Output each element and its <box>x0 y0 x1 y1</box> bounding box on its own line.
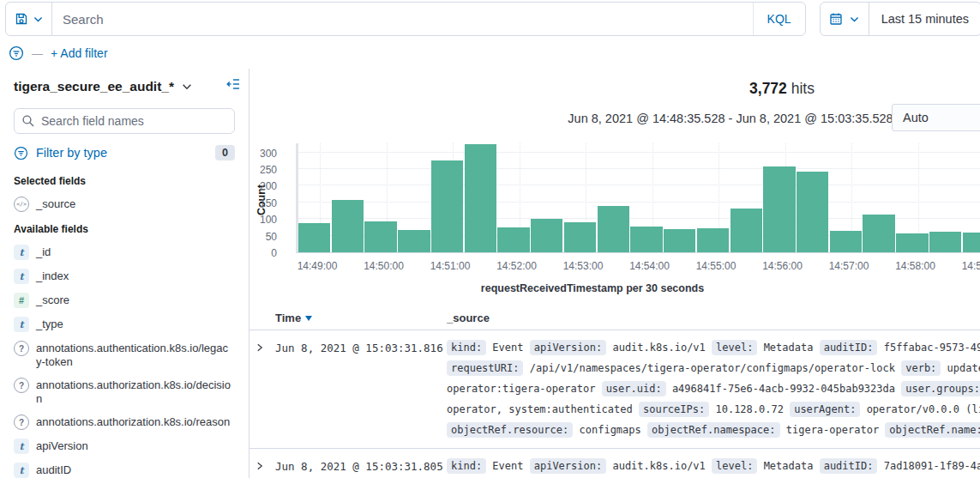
filter-by-type-toggle[interactable]: Filter by type 0 <box>14 145 235 160</box>
field-name: _index <box>36 269 69 283</box>
search-input[interactable] <box>52 3 753 35</box>
field-item[interactable]: #_score <box>14 293 235 308</box>
field-item[interactable]: ?annotations.authorization.k8s.io/reason <box>14 414 235 430</box>
field-name: _source <box>36 197 75 211</box>
y-tick-label: 150 <box>260 197 277 209</box>
time-range-button[interactable]: Last 15 minutes <box>869 12 980 26</box>
field-item[interactable]: ?annotations.authorization.k8s.io/decisi… <box>14 378 235 406</box>
histogram-bar[interactable] <box>664 229 695 252</box>
histogram-bar[interactable] <box>963 233 980 252</box>
histogram-bar[interactable] <box>797 172 828 252</box>
date-picker: Last 15 minutes <box>820 2 980 36</box>
expand-row-icon[interactable] <box>255 457 275 471</box>
field-item[interactable]: tauditID <box>14 463 235 478</box>
source-line: objectRef.resource: configmaps objectRef… <box>447 421 980 442</box>
histogram-bar[interactable] <box>896 233 928 252</box>
field-type-unknown-icon: ? <box>14 414 29 430</box>
field-type-string-icon: t <box>14 245 29 260</box>
field-name: _type <box>36 317 63 331</box>
y-tick-label: 0 <box>271 247 277 259</box>
documents-table: Time _source Jun 8, 2021 @ 15:03:31.816k… <box>250 306 980 478</box>
table-row: Jun 8, 2021 @ 15:03:31.816kind: Event ap… <box>250 330 980 449</box>
y-tick-label: 50 <box>266 231 277 243</box>
field-type-string-icon: t <box>14 439 29 454</box>
histogram-bar[interactable] <box>364 221 396 252</box>
histogram-bar[interactable] <box>465 144 496 252</box>
interval-select[interactable]: Auto <box>892 104 980 131</box>
field-item[interactable]: t_type <box>14 317 235 332</box>
discover-main: 3,772 hits Jun 8, 2021 @ 14:48:35.528 - … <box>250 69 980 478</box>
filter-bar: — + Add filter <box>0 38 980 69</box>
query-top-bar: KQL Last 15 minutes <box>0 0 980 38</box>
x-tick-label: 14:55:00 <box>696 260 737 272</box>
filter-pin-dash: — <box>32 47 43 60</box>
source-line: kind: Event apiVersion: audit.k8s.io/v1 … <box>447 457 980 478</box>
histogram-bar[interactable] <box>531 219 562 252</box>
field-item[interactable]: </>_source <box>14 197 235 212</box>
field-item[interactable]: ?annotations.authentication.k8s.io/legac… <box>14 341 235 369</box>
quick-select-menu-button[interactable] <box>821 3 869 35</box>
field-badge: objectRef.resource: <box>447 422 573 438</box>
available-fields-list: t_idt_index#_scoret_type?annotations.aut… <box>14 245 235 478</box>
index-pattern-switcher[interactable]: tigera_secure_ee_audit_* <box>14 79 235 94</box>
x-tick-label: 14:58:00 <box>895 260 935 272</box>
available-fields-heading: Available fields <box>14 223 235 235</box>
histogram-plot[interactable] <box>296 143 980 253</box>
table-row: Jun 8, 2021 @ 15:03:31.805kind: Event ap… <box>250 449 980 478</box>
histogram-bar[interactable] <box>298 223 330 252</box>
field-type-string-icon: t <box>14 317 29 332</box>
field-badge: objectRef.name: <box>885 422 980 438</box>
row-source: kind: Event apiVersion: audit.k8s.io/v1 … <box>447 339 980 442</box>
histogram-bar[interactable] <box>763 166 795 252</box>
filter-options-icon[interactable] <box>9 45 24 61</box>
time-range-display: Jun 8, 2021 @ 14:48:35.528 - Jun 8, 2021… <box>568 112 893 125</box>
chart-title: requestReceivedTimestamp per 30 seconds <box>250 282 935 294</box>
histogram-bar[interactable] <box>830 231 862 252</box>
filter-icon <box>14 146 28 160</box>
kql-language-button[interactable]: KQL <box>753 3 805 35</box>
field-badge: user.uid: <box>602 381 666 396</box>
field-item[interactable]: tapiVersion <box>14 439 235 454</box>
field-badge: apiVersion: <box>530 340 606 355</box>
x-tick-label: 14:52:00 <box>496 260 537 272</box>
histogram-bar[interactable] <box>398 230 430 252</box>
field-type-unknown-icon: ? <box>14 341 29 356</box>
field-type-string-icon: t <box>14 269 29 284</box>
histogram-bar[interactable] <box>431 160 463 252</box>
saved-query-menu-button[interactable] <box>6 3 52 35</box>
add-filter-button[interactable]: + Add filter <box>51 46 108 60</box>
expand-row-icon[interactable] <box>255 339 275 353</box>
x-tick-label: 14:53:00 <box>563 260 604 272</box>
x-axis-ticks: 14:49:0014:50:0014:51:0014:52:0014:53:00… <box>296 260 980 273</box>
histogram-bar[interactable] <box>564 222 596 252</box>
histogram-bar[interactable] <box>497 227 529 252</box>
field-type-number-icon: # <box>14 293 29 308</box>
time-column-header[interactable]: Time <box>275 312 312 324</box>
histogram-bar[interactable] <box>730 209 762 252</box>
field-name: apiVersion <box>36 439 88 453</box>
selected-fields-list: </>_source <box>14 197 235 212</box>
selected-fields-heading: Selected fields <box>14 175 235 187</box>
x-tick-label: 14:57:00 <box>829 260 869 272</box>
histogram-bar[interactable] <box>863 215 894 252</box>
collapse-sidebar-icon[interactable] <box>226 77 240 91</box>
field-badge: kind: <box>447 458 486 474</box>
query-bar: KQL <box>5 2 806 36</box>
histogram-bar[interactable] <box>332 200 364 252</box>
y-axis-ticks: 050100150200250300 <box>250 143 282 253</box>
field-item[interactable]: t_index <box>14 269 235 284</box>
field-badge: level: <box>712 340 757 355</box>
table-rows: Jun 8, 2021 @ 15:03:31.816kind: Event ap… <box>250 330 980 478</box>
y-tick-label: 250 <box>260 164 277 176</box>
histogram-bar[interactable] <box>929 232 961 252</box>
row-source: kind: Event apiVersion: audit.k8s.io/v1 … <box>447 457 980 478</box>
field-item[interactable]: t_id <box>14 245 235 260</box>
search-icon <box>21 114 35 128</box>
filter-by-type-label: Filter by type <box>36 146 107 160</box>
field-search-input[interactable] <box>14 108 235 134</box>
x-tick-label: 14:54:00 <box>629 260 670 272</box>
histogram-bar[interactable] <box>630 227 662 252</box>
histogram-bars <box>298 143 980 252</box>
histogram-bar[interactable] <box>598 206 629 252</box>
histogram-bar[interactable] <box>697 228 729 252</box>
